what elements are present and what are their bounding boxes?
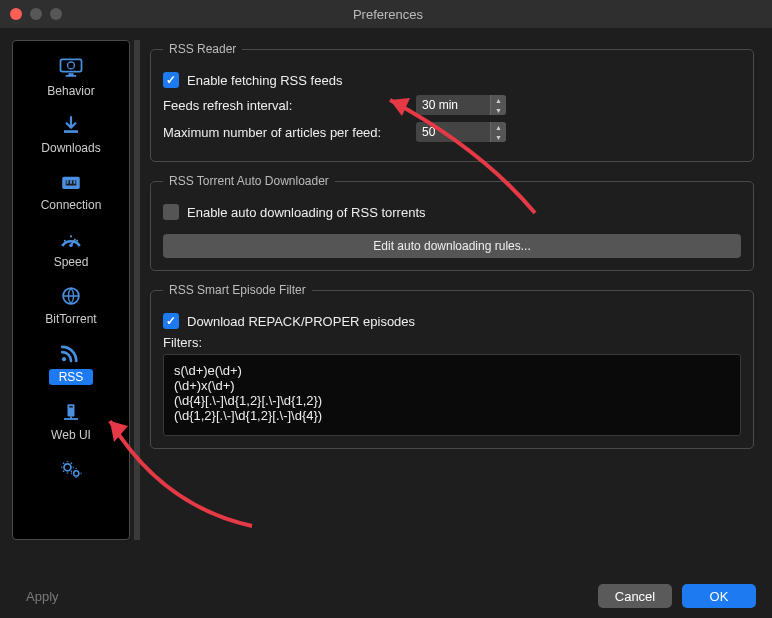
spin-arrows: ▲▼ (490, 122, 506, 142)
svg-rect-4 (64, 130, 78, 133)
svg-point-15 (62, 357, 66, 361)
filters-label: Filters: (163, 335, 741, 350)
dialog-footer: Apply Cancel OK (0, 574, 772, 618)
svg-point-12 (70, 235, 72, 237)
spin-up[interactable]: ▲ (491, 122, 506, 132)
svg-point-13 (76, 240, 78, 242)
group-legend: RSS Torrent Auto Downloader (163, 174, 335, 188)
sidebar-label: Behavior (47, 84, 94, 98)
globe-icon (57, 285, 85, 307)
ethernet-icon (57, 171, 85, 193)
group-legend: RSS Smart Episode Filter (163, 283, 312, 297)
gauge-icon (57, 228, 85, 250)
repack-checkbox[interactable] (163, 313, 179, 329)
svg-rect-2 (66, 75, 77, 77)
svg-rect-0 (61, 59, 82, 71)
sidebar-item-behavior[interactable]: Behavior (13, 47, 129, 104)
cancel-button[interactable]: Cancel (598, 584, 672, 608)
svg-rect-7 (67, 180, 69, 184)
preferences-content: RSS Reader Enable fetching RSS feeds Fee… (140, 40, 760, 540)
max-articles-label: Maximum number of articles per feed: (163, 125, 416, 140)
spin-down[interactable]: ▼ (491, 132, 506, 142)
sidebar-label: Downloads (41, 141, 100, 155)
server-icon (57, 401, 85, 423)
max-articles-spinbox[interactable]: 50 ▲▼ (416, 122, 506, 142)
svg-rect-19 (70, 416, 72, 419)
auto-downloader-group: RSS Torrent Auto Downloader Enable auto … (150, 174, 754, 271)
sidebar-item-advanced[interactable] (13, 448, 129, 491)
edit-rules-button[interactable]: Edit auto downloading rules... (163, 234, 741, 258)
sidebar-label-selected: RSS (49, 369, 94, 385)
window-title: Preferences (14, 7, 762, 22)
enable-rss-checkbox[interactable] (163, 72, 179, 88)
filters-textarea[interactable]: s(\d+)e(\d+) (\d+)x(\d+) (\d{4}[.\-]\d{1… (163, 354, 741, 436)
sidebar-item-downloads[interactable]: Downloads (13, 104, 129, 161)
rss-reader-group: RSS Reader Enable fetching RSS feeds Fee… (150, 42, 754, 162)
spin-value: 30 min (416, 98, 490, 112)
svg-point-3 (68, 62, 75, 69)
sidebar-label: BitTorrent (45, 312, 96, 326)
svg-point-20 (64, 464, 71, 471)
sidebar-item-bittorrent[interactable]: BitTorrent (13, 275, 129, 332)
gears-icon (57, 458, 85, 480)
svg-rect-8 (70, 180, 72, 184)
spin-up[interactable]: ▲ (491, 95, 506, 105)
sidebar-label: Connection (41, 198, 102, 212)
svg-point-11 (64, 240, 66, 242)
preferences-sidebar: Behavior Downloads Connection Speed BitT… (12, 40, 130, 540)
spin-arrows: ▲▼ (490, 95, 506, 115)
episode-filter-group: RSS Smart Episode Filter Download REPACK… (150, 283, 754, 449)
enable-auto-dl-label: Enable auto downloading of RSS torrents (187, 205, 426, 220)
titlebar: Preferences (0, 0, 772, 28)
sidebar-item-connection[interactable]: Connection (13, 161, 129, 218)
repack-label: Download REPACK/PROPER episodes (187, 314, 415, 329)
rss-icon (57, 342, 85, 364)
download-icon (57, 114, 85, 136)
svg-point-21 (74, 471, 79, 476)
spin-down[interactable]: ▼ (491, 105, 506, 115)
spin-value: 50 (416, 125, 490, 139)
apply-button[interactable]: Apply (16, 585, 69, 608)
refresh-interval-label: Feeds refresh interval: (163, 98, 416, 113)
sidebar-item-webui[interactable]: Web UI (13, 391, 129, 448)
group-legend: RSS Reader (163, 42, 242, 56)
sidebar-item-speed[interactable]: Speed (13, 218, 129, 275)
enable-rss-label: Enable fetching RSS feeds (187, 73, 342, 88)
refresh-interval-spinbox[interactable]: 30 min ▲▼ (416, 95, 506, 115)
sidebar-label: Web UI (51, 428, 91, 442)
sidebar-label: Speed (54, 255, 89, 269)
enable-auto-dl-checkbox[interactable] (163, 204, 179, 220)
svg-rect-1 (68, 73, 73, 75)
ok-button[interactable]: OK (682, 584, 756, 608)
monitor-icon (57, 57, 85, 79)
svg-rect-17 (69, 406, 73, 408)
svg-rect-9 (74, 180, 76, 184)
sidebar-item-rss[interactable]: RSS (13, 332, 129, 391)
